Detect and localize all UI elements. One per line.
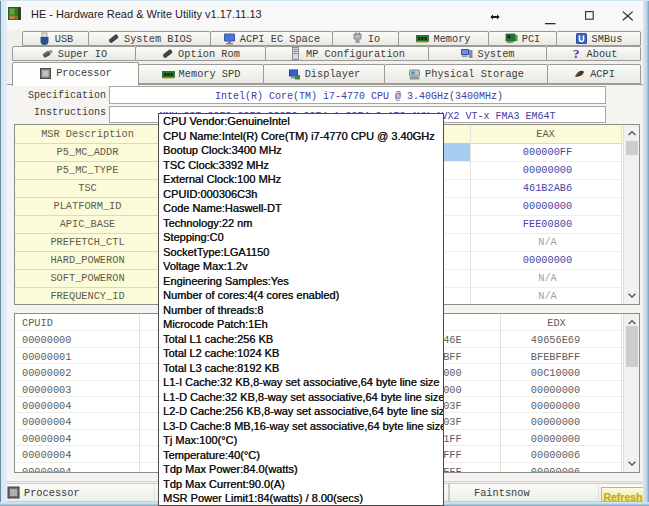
svg-text:?: ? [573,47,580,60]
